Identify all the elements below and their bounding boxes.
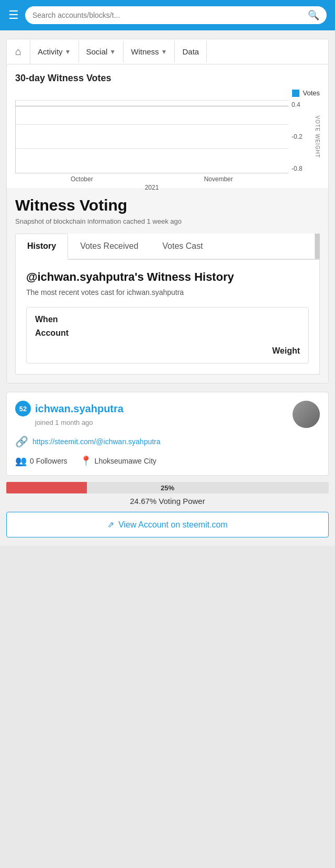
field-weight: Weight [35,346,300,356]
tab-history[interactable]: History [15,234,68,260]
legend-votes-box [292,90,299,97]
voting-power-pct-label: 25% [161,484,174,492]
witness-voting-subtitle: Snapshot of blockchain information cache… [15,217,320,225]
nav-tabs: ⌂ Activity ▼ Social ▼ Witness ▼ Data [7,39,328,64]
y-label-2: -0.8 [292,165,311,172]
chart-line [16,106,288,106]
voting-power-text: 24.67% Voting Power [6,497,329,506]
profile-header: 52 ichwan.syahputra joined 1 month ago [15,401,320,428]
x-axis-labels: October November [15,175,320,183]
tab-votes-cast[interactable]: Votes Cast [150,234,215,259]
location-text: Lhokseumawe City [95,457,157,465]
link-chain-icon: 🔗 [15,435,28,448]
grid-line-mid2 [16,148,288,149]
profile-left: 52 ichwan.syahputra joined 1 month ago [15,401,124,426]
tab-witness[interactable]: Witness ▼ [124,41,175,62]
table-row: When Account Weight [27,307,308,363]
x-label-november: November [204,175,233,183]
witness-voting-title: Witness Voting [15,196,320,214]
home-icon: ⌂ [15,46,21,57]
main-content: ⌂ Activity ▼ Social ▼ Witness ▼ Data 30-… [0,30,335,546]
witness-tabs-bar: History Votes Received Votes Cast [15,234,320,260]
chart-year: 2021 [15,184,320,191]
profile-stats-row: 👥 0 Followers 📍 Lhokseumawe City [15,455,320,467]
profile-username[interactable]: ichwan.syahputra [35,403,124,415]
activity-caret-icon: ▼ [65,48,71,56]
tab-home[interactable]: ⌂ [7,39,30,64]
followers-count: 0 Followers [30,457,68,465]
chart-title: 30-day Witness Votes [15,73,320,84]
y-axis-title: VOTE WEIGHT [315,116,320,158]
history-table: When Account Weight [26,307,309,364]
field-when: When [35,315,300,324]
search-input[interactable] [32,11,304,19]
tab-social[interactable]: Social ▼ [79,41,124,62]
voting-power-section: 25% 24.67% Voting Power [6,482,329,506]
top-navigation: ☰ 🔍 [0,0,335,30]
chart-container: 0.4 -0.2 -0.8 VOTE WEIGHT October Novemb… [15,100,320,184]
social-caret-icon: ▼ [109,48,116,56]
voting-power-bar: 25% [6,482,329,493]
view-account-button[interactable]: ⇗ View Account on steemit.com [6,512,329,537]
legend-votes-label: Votes [303,89,320,97]
tab-activity[interactable]: Activity ▼ [30,41,79,62]
y-axis-labels: 0.4 -0.2 -0.8 [288,100,315,173]
followers-stat: 👥 0 Followers [15,455,68,467]
external-link-icon: ⇗ [107,520,114,530]
location-stat: 📍 Lhokseumawe City [80,455,157,467]
profile-link-row: 🔗 https://steemit.com/@ichwan.syahputra [15,435,320,448]
witness-caret-icon: ▼ [161,48,168,56]
y-label-0: 0.4 [292,101,311,108]
search-bar: 🔍 [25,6,327,24]
view-account-label: View Account on steemit.com [118,520,228,530]
grid-line-mid1 [16,124,288,125]
main-card: ⌂ Activity ▼ Social ▼ Witness ▼ Data 30-… [6,39,329,383]
profile-joined: joined 1 month ago [35,419,124,426]
field-account: Account [35,328,300,338]
chart-area [15,100,288,173]
x-label-october: October [71,175,93,183]
tabs-scroll-indicator[interactable] [315,234,320,259]
witness-voting-section: Witness Voting Snapshot of blockchain in… [7,188,328,383]
avatar-image [293,401,320,428]
avatar [293,401,320,428]
y-label-1: -0.2 [292,133,311,140]
profile-card: 52 ichwan.syahputra joined 1 month ago 🔗… [6,392,329,476]
history-description: The most recent votes cast for ichwan.sy… [26,288,309,296]
voting-power-fill [6,482,87,493]
grid-line-top [16,100,288,101]
profile-steemit-link[interactable]: https://steemit.com/@ichwan.syahputra [32,437,161,446]
chart-section: 30-day Witness Votes Votes [7,64,328,188]
tab-votes-received[interactable]: Votes Received [68,234,150,259]
profile-badge: 52 [15,401,31,416]
location-icon: 📍 [80,455,92,467]
tab-data[interactable]: Data [175,41,207,62]
hamburger-icon[interactable]: ☰ [8,8,19,22]
history-heading: @ichwan.syahputra's Witness History [26,270,309,284]
profile-name-row: 52 ichwan.syahputra [15,401,124,416]
history-content-box: @ichwan.syahputra's Witness History The … [15,260,320,375]
chart-legend: Votes [15,89,320,97]
search-icon[interactable]: 🔍 [308,9,319,21]
followers-icon: 👥 [15,455,27,467]
